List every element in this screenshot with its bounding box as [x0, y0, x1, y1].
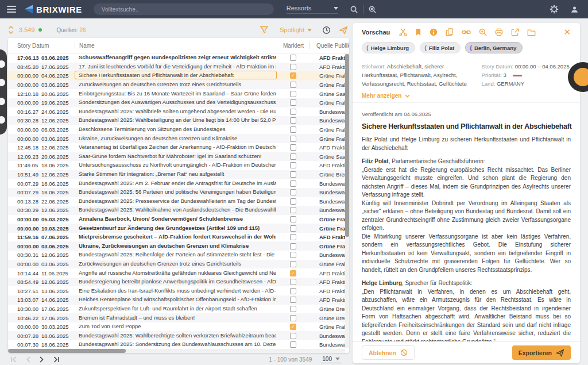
vertical-scrollbar[interactable] [345, 53, 349, 348]
vertical-scrollbar-thumb[interactable] [345, 54, 349, 237]
last-page-icon[interactable] [52, 356, 60, 363]
export-button[interactable]: Exportieren [512, 345, 571, 360]
scissors-icon[interactable] [399, 28, 407, 36]
story-title-cell[interactable]: Bundestagswahl 2025: Reihenfolge der Par… [75, 250, 277, 260]
table-row[interactable]: 10:46.2217.06.2025Bremen ist Fahrradstad… [8, 313, 349, 322]
table-row[interactable]: 11:49.0518.06.2025Untersuchungsausschuss… [8, 161, 349, 170]
table-row[interactable]: 00:00.0003.06.2025Zurückweisungen an deu… [8, 260, 349, 269]
markiert-checkbox[interactable] [290, 55, 296, 61]
sort-arrows-icon[interactable] [8, 25, 14, 34]
table-row[interactable]: 00:00.0030.03.2025Zum Tod von Gerd Poppe… [8, 322, 349, 332]
page-size-select[interactable]: 100 [321, 356, 341, 363]
story-title-cell[interactable]: Bundestagswahl 2025: Presseservice der B… [75, 197, 277, 206]
advanced-search-icon[interactable] [368, 5, 377, 14]
table-row[interactable]: 00:07.2918.06.2025Bundestagswahl 2025: 5… [8, 188, 349, 197]
account-person-icon[interactable] [570, 5, 579, 14]
menu-icon[interactable] [7, 6, 16, 13]
history-clock-icon[interactable] [322, 26, 331, 34]
table-row[interactable]: 00:00.0003.06.2025Ukraine, Zurückweisung… [8, 134, 349, 143]
story-title-cell[interactable]: Zurückweisungen an deutschen Grenzen tro… [75, 80, 277, 90]
story-title-cell[interactable]: Bundestagswahl 2025: Wahlbeteiligung an … [75, 116, 277, 125]
print-icon[interactable] [495, 28, 503, 36]
story-title-cell[interactable]: Annalena Baerbock, Union/ Sondervermögen… [75, 214, 277, 224]
horizontal-scrollbar-thumb[interactable] [8, 349, 126, 353]
table-row[interactable]: 13:03.0714.06.2025Reiches Rentenpläne si… [8, 295, 349, 305]
story-title-cell[interactable]: Starke Stimmen für Integration: „Bremer … [75, 170, 277, 179]
table-row[interactable]: 00:30.2912.06.2025Bundestagswahl 2025: W… [8, 206, 349, 215]
filter-funnel-icon[interactable] [260, 26, 268, 34]
table-row[interactable]: 08:45.2017.06.202517. Juni ist leuchtend… [8, 63, 349, 72]
story-title-cell[interactable]: Saar-Grüne fordern Nachtverbot für Mähro… [75, 152, 277, 162]
first-page-icon[interactable] [10, 356, 18, 363]
table-row[interactable]: 10:14.4411.06.2025Angriffe auf russische… [8, 268, 349, 278]
markiert-checkbox[interactable] [290, 315, 296, 321]
table-row[interactable]: 00:00.0003.06.2025Zurückweisungen an deu… [8, 80, 349, 90]
story-title-cell[interactable]: Bundestagswahl 2025: Am 2. Februar endet… [75, 179, 277, 189]
table-row[interactable]: 00:07.2818.06.2025Bundestagswahl 2025: W… [8, 331, 349, 340]
ressorts-select[interactable]: Ressorts [287, 5, 338, 14]
story-title-cell[interactable]: Bremen ist Fahrradstadt – und muss es bl… [75, 313, 277, 323]
table-row[interactable]: 00:00.0004.06.2025Sichere Herkunftsstaat… [8, 71, 349, 80]
table-row[interactable]: 10:27.5113.06.2025Eine Eskalation des Ir… [8, 286, 349, 295]
table-row[interactable]: 00:16.2724.06.2025Bundestagswahl 2025: W… [8, 107, 349, 117]
story-title-cell[interactable]: Ukraine, Zurückweisungen an deutschen Gr… [75, 134, 277, 144]
markiert-checkbox[interactable] [290, 82, 296, 88]
markiert-checkbox[interactable] [290, 109, 296, 115]
markiert-checkbox[interactable] [290, 126, 296, 133]
story-title-cell[interactable]: Bundestagswahl 2025: 56 Parteien und pol… [75, 187, 277, 197]
story-title-cell[interactable]: Bundestagswahl 2025: Wahlteilnahme von A… [75, 205, 277, 215]
table-row[interactable]: 12:10.1820.06.2025Einbürgerungsstau: Bis… [8, 89, 349, 98]
table-row[interactable]: 00:00.0006.03.2025Beschlossene Terminier… [8, 125, 349, 135]
markiert-checkbox[interactable] [290, 225, 296, 232]
markiert-checkbox[interactable] [290, 180, 296, 187]
column-header-markiert[interactable]: Markiert [277, 43, 310, 49]
table-row[interactable]: 12:09.2320.06.2025Saar-Grüne fordern Nac… [8, 152, 349, 162]
markiert-checkbox[interactable]: ✓ [290, 270, 296, 276]
table-row[interactable]: 10:30.0017.06.2025Zukunftsperspektiven f… [8, 305, 349, 314]
table-row[interactable]: 12:45.1812.06.2025Veteranentag ist überf… [8, 143, 349, 152]
story-title-cell[interactable]: Zum Tod von Gerd Poppe [75, 322, 277, 332]
story-title-cell[interactable]: Bundesregierung betreibt planlose Anwerb… [75, 277, 277, 287]
zoom-in-icon[interactable] [479, 28, 487, 36]
table-row[interactable]: 00:00.0010.03.2025Gesetzentwurf zur Ände… [8, 224, 349, 233]
bookmark-icon[interactable] [415, 28, 421, 36]
markiert-checkbox[interactable] [290, 189, 296, 195]
markiert-checkbox[interactable]: ✓ [290, 324, 296, 330]
markiert-checkbox[interactable] [290, 297, 296, 303]
next-page-icon[interactable] [39, 356, 44, 363]
column-header-story-datum[interactable]: Story Datum [8, 43, 75, 49]
open-in-new-icon[interactable] [511, 28, 519, 36]
table-row[interactable]: 11:59.1607.06.2025Mietpreisbremse gesche… [8, 233, 349, 242]
spotlight-select[interactable]: Spotlight [280, 26, 312, 33]
markiert-checkbox[interactable] [290, 144, 296, 151]
markiert-checkbox[interactable] [290, 162, 296, 168]
story-title-cell[interactable]: Gesetzentwurf zur Änderung des Grundgese… [75, 224, 277, 233]
markiert-checkbox[interactable] [290, 243, 296, 249]
table-row[interactable]: 00:30.3112.06.2025Bundestagswahl 2025: R… [8, 251, 349, 260]
horizontal-scrollbar[interactable] [8, 349, 345, 353]
markiert-checkbox[interactable]: ✓ [290, 72, 296, 79]
info-icon[interactable] [430, 28, 438, 36]
story-title-cell[interactable]: Reiches Rentenpläne sind wirtschaftspoli… [75, 295, 277, 305]
story-title-cell[interactable]: Beschlossene Terminierung von Sitzungen … [75, 125, 277, 135]
send-plane-icon[interactable] [339, 26, 348, 34]
markiert-checkbox[interactable] [290, 288, 296, 294]
entity-tag[interactable]: (Helge Limburg [362, 42, 415, 53]
markiert-checkbox[interactable] [290, 234, 296, 240]
link-icon[interactable] [462, 28, 471, 36]
markiert-checkbox[interactable] [290, 117, 296, 124]
markiert-checkbox[interactable] [290, 171, 296, 178]
markiert-checkbox[interactable] [290, 306, 296, 312]
story-title-cell[interactable]: Zurückweisungen an deutschen Grenzen tro… [75, 259, 277, 269]
fulltext-search-input[interactable]: Volltextsuche.. [94, 3, 274, 15]
story-title-cell[interactable]: 17. Juni ist leuchtendes Vorbild für die… [75, 62, 277, 72]
markiert-checkbox[interactable] [290, 153, 296, 160]
copy-icon[interactable] [446, 28, 454, 36]
table-row[interactable]: 00:07.3018.06.2025Bundestagswahl 2025: S… [8, 340, 349, 349]
column-header-name[interactable]: Name [75, 43, 277, 49]
markiert-checkbox[interactable] [290, 136, 296, 142]
table-row[interactable]: 00:00.0003.06.2025Ukraine, Zurückweisung… [8, 241, 349, 251]
story-title-cell[interactable]: Bundestagswahl 2025: Wahlberechtigte sol… [75, 331, 277, 341]
table-row[interactable]: 10:51.4912.06.2025Starke Stimmen für Int… [8, 170, 349, 179]
story-title-cell[interactable]: Schusswaffenangriff gegen Bundespolizist… [75, 53, 277, 63]
